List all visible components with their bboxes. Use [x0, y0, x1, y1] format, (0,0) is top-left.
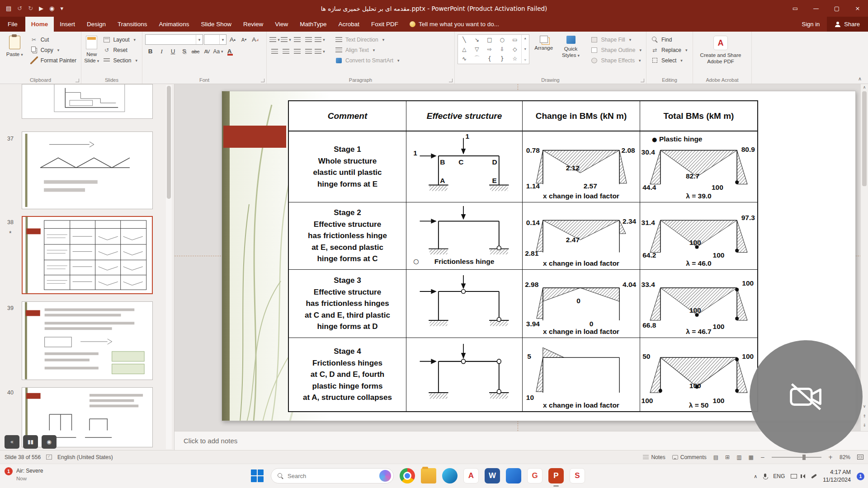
shape-block-arrow-icon[interactable]: ⇨ [483, 44, 496, 54]
section-button[interactable]: Section [101, 55, 139, 66]
collapse-ribbon-icon[interactable]: ∧ [858, 76, 862, 82]
shape-diamond-icon[interactable]: ◇ [509, 44, 521, 54]
increase-font-size-button[interactable] [227, 34, 238, 45]
sign-in-link[interactable]: Sign in [795, 17, 827, 32]
paragraph-dialog-launcher[interactable] [449, 79, 453, 82]
edge-icon[interactable] [442, 468, 458, 483]
font-size-select[interactable] [204, 34, 226, 45]
copy-button[interactable]: Copy [28, 45, 78, 55]
strikethrough-button[interactable] [190, 46, 201, 56]
clock[interactable]: 4:17 AM 11/12/2024 [823, 469, 851, 484]
previous-slide-button[interactable]: ⇑ [861, 414, 868, 418]
display-icon[interactable] [791, 474, 797, 479]
microphone-icon[interactable] [763, 474, 767, 479]
recorder-pause-button[interactable]: ▮▮ [23, 435, 38, 449]
shape-triangle-icon[interactable]: △ [458, 44, 471, 54]
tab-acrobat[interactable]: Acrobat [333, 17, 366, 32]
character-spacing-button[interactable] [202, 46, 212, 56]
shape-arrow-icon[interactable]: ↘ [471, 35, 483, 44]
word-icon[interactable] [485, 468, 500, 483]
layout-button[interactable]: Layout [101, 34, 139, 45]
create-share-pdf-button[interactable]: Create and Share Adobe PDF [696, 34, 745, 65]
zoom-out-button[interactable]: − [760, 454, 765, 460]
slide-thumbnail-38-selected[interactable] [22, 216, 153, 294]
taskbar-search[interactable] [271, 468, 394, 483]
clipboard-dialog-launcher[interactable] [75, 79, 79, 82]
slide-thumbnail-39[interactable] [22, 301, 153, 380]
drawing-dialog-launcher[interactable] [641, 79, 644, 82]
blue-app-icon[interactable] [506, 468, 521, 483]
shape-fill-button[interactable]: Shape Fill [589, 34, 643, 45]
customize-qat-icon[interactable]: ▾ [60, 5, 63, 12]
shape-triangle-down-icon[interactable]: ▽ [471, 44, 483, 54]
numbering-button[interactable] [281, 34, 291, 45]
shape-brace-left-icon[interactable]: { [483, 54, 496, 63]
font-color-button[interactable] [224, 46, 235, 56]
notification-badge[interactable]: 1 [857, 473, 864, 480]
columns-button[interactable] [315, 46, 325, 56]
normal-view-button[interactable]: ▤ [713, 454, 718, 460]
shape-brace-right-icon[interactable]: } [496, 54, 509, 63]
shape-rectangle-icon[interactable]: □ [483, 35, 496, 44]
bullets-button[interactable] [269, 34, 280, 45]
change-case-button[interactable] [213, 46, 223, 56]
shapes-gallery[interactable]: ╲ ↘ □ ○ ▭ △ ▽ ⇨ ⇩ ◇ ∿ ⌒ { } ☆ ▴▾▿ [458, 34, 529, 64]
tab-transitions[interactable]: Transitions [112, 17, 153, 32]
ribbon-display-options-button[interactable]: ▭ [785, 0, 806, 17]
speaker-icon[interactable] [803, 474, 805, 479]
decrease-indent-button[interactable] [292, 34, 302, 45]
touch-mode-icon[interactable]: ◉ [49, 5, 54, 12]
align-right-button[interactable] [292, 46, 302, 56]
shape-line-icon[interactable]: ╲ [458, 35, 471, 44]
decrease-font-size-button[interactable] [239, 34, 249, 45]
undo-icon[interactable]: ↺ [17, 5, 22, 12]
language-label[interactable]: English (United States) [57, 454, 113, 460]
comments-toggle-button[interactable]: Comments [672, 454, 707, 460]
slideshow-view-button[interactable]: ▦ [749, 454, 754, 460]
tab-file[interactable]: File [0, 17, 25, 32]
tab-mathtype[interactable]: MathType [294, 17, 332, 32]
select-button[interactable]: Select [649, 55, 689, 66]
shape-oval-icon[interactable]: ○ [496, 35, 509, 44]
save-icon[interactable]: ▤ [6, 5, 11, 12]
tab-animations[interactable]: Animations [153, 17, 195, 32]
start-slideshow-icon[interactable]: ▶ [39, 5, 43, 12]
s-app-icon[interactable] [570, 468, 585, 483]
google-app-icon[interactable] [527, 468, 542, 483]
slide-red-rectangle[interactable] [223, 126, 286, 148]
zoom-percentage[interactable]: 82% [840, 454, 850, 460]
slide-thumbnail-37[interactable] [22, 131, 153, 209]
justify-button[interactable] [303, 46, 314, 56]
tray-expand-icon[interactable]: ∧ [754, 474, 757, 479]
clear-formatting-button[interactable] [250, 34, 260, 45]
italic-button[interactable] [156, 46, 167, 56]
text-shadow-button[interactable] [179, 46, 189, 56]
start-button[interactable] [250, 468, 265, 483]
notes-toggle-button[interactable]: Notes [643, 454, 665, 460]
quick-styles-button[interactable]: Quick Styles [558, 34, 584, 59]
find-button[interactable]: Find [649, 34, 689, 45]
shape-star-icon[interactable]: ☆ [509, 54, 521, 63]
text-direction-button[interactable]: Text Direction [333, 34, 401, 45]
line-spacing-button[interactable] [315, 34, 325, 45]
proofing-icon[interactable] [46, 455, 52, 460]
thumbnail-scrollbar-thumb[interactable] [167, 86, 171, 199]
recorder-back-button[interactable]: « [5, 435, 19, 449]
redo-icon[interactable]: ↻ [28, 5, 33, 12]
font-name-select[interactable] [145, 34, 203, 45]
powerpoint-icon[interactable] [548, 468, 564, 483]
zoom-slider-thumb[interactable] [802, 455, 806, 460]
search-highlights-icon[interactable] [379, 470, 391, 482]
slide-sorter-view-button[interactable]: ⊞ [725, 454, 730, 460]
next-slide-button[interactable]: ⇓ [861, 423, 868, 427]
align-center-button[interactable] [281, 46, 291, 56]
scrollbar-thumb[interactable] [862, 91, 867, 186]
shape-arc-icon[interactable]: ⌒ [471, 54, 483, 63]
cut-button[interactable]: Cut [28, 34, 78, 45]
shape-curve-icon[interactable]: ∿ [458, 54, 471, 63]
arrange-button[interactable]: Arrange [531, 34, 557, 51]
close-button[interactable]: × [847, 0, 868, 17]
shape-down-arrow-icon[interactable]: ⇩ [496, 44, 509, 54]
webcam-overlay[interactable] [750, 340, 863, 453]
pen-icon[interactable] [811, 474, 817, 479]
